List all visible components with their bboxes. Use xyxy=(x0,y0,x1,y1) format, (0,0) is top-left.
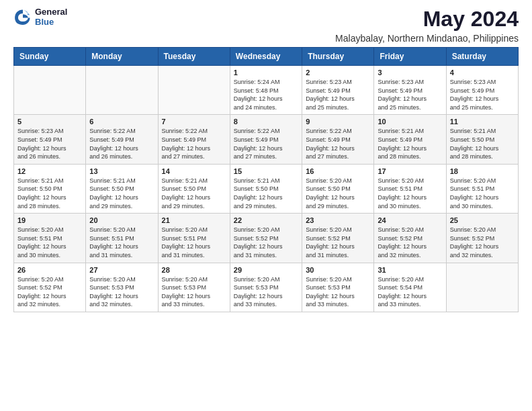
logo-icon xyxy=(13,7,32,26)
day-info: Sunrise: 5:20 AM Sunset: 5:53 PM Dayligh… xyxy=(234,275,298,309)
table-row: 29Sunrise: 5:20 AM Sunset: 5:53 PM Dayli… xyxy=(230,263,302,312)
header-saturday: Saturday xyxy=(446,48,518,66)
table-row: 19Sunrise: 5:20 AM Sunset: 5:51 PM Dayli… xyxy=(14,214,86,263)
day-info: Sunrise: 5:20 AM Sunset: 5:50 PM Dayligh… xyxy=(306,177,370,210)
day-info: Sunrise: 5:21 AM Sunset: 5:50 PM Dayligh… xyxy=(162,177,226,210)
table-row: 16Sunrise: 5:20 AM Sunset: 5:50 PM Dayli… xyxy=(302,164,374,213)
day-number: 30 xyxy=(306,266,370,274)
day-info: Sunrise: 5:23 AM Sunset: 5:49 PM Dayligh… xyxy=(306,78,370,111)
day-number: 2 xyxy=(306,68,370,77)
header-friday: Friday xyxy=(374,48,446,66)
day-number: 28 xyxy=(162,266,226,274)
table-row: 9Sunrise: 5:22 AM Sunset: 5:49 PM Daylig… xyxy=(302,115,374,164)
calendar-wrapper: Sunday Monday Tuesday Wednesday Thursday… xyxy=(0,47,532,319)
day-info: Sunrise: 5:20 AM Sunset: 5:53 PM Dayligh… xyxy=(306,275,370,309)
day-info: Sunrise: 5:23 AM Sunset: 5:49 PM Dayligh… xyxy=(450,78,515,111)
table-row: 4Sunrise: 5:23 AM Sunset: 5:49 PM Daylig… xyxy=(446,66,518,115)
calendar-week-4: 19Sunrise: 5:20 AM Sunset: 5:51 PM Dayli… xyxy=(14,214,519,263)
day-info: Sunrise: 5:20 AM Sunset: 5:51 PM Dayligh… xyxy=(17,226,82,259)
day-number: 31 xyxy=(378,266,442,274)
day-number: 1 xyxy=(234,68,298,77)
table-row: 17Sunrise: 5:20 AM Sunset: 5:51 PM Dayli… xyxy=(374,164,446,213)
day-info: Sunrise: 5:21 AM Sunset: 5:50 PM Dayligh… xyxy=(89,177,154,210)
table-row: 10Sunrise: 5:21 AM Sunset: 5:49 PM Dayli… xyxy=(374,115,446,164)
day-info: Sunrise: 5:20 AM Sunset: 5:53 PM Dayligh… xyxy=(162,275,226,309)
calendar-table: Sunday Monday Tuesday Wednesday Thursday… xyxy=(13,47,519,312)
day-number: 27 xyxy=(89,266,154,274)
day-number: 29 xyxy=(234,266,298,274)
table-row xyxy=(14,66,86,115)
day-number: 26 xyxy=(17,266,82,274)
day-number: 12 xyxy=(17,167,82,175)
table-row: 21Sunrise: 5:20 AM Sunset: 5:51 PM Dayli… xyxy=(158,214,230,263)
table-row: 13Sunrise: 5:21 AM Sunset: 5:50 PM Dayli… xyxy=(86,164,158,213)
day-number: 6 xyxy=(89,118,154,126)
day-number: 10 xyxy=(378,118,442,126)
table-row: 2Sunrise: 5:23 AM Sunset: 5:49 PM Daylig… xyxy=(302,66,374,115)
table-row: 5Sunrise: 5:23 AM Sunset: 5:49 PM Daylig… xyxy=(14,115,86,164)
day-number: 17 xyxy=(378,167,442,175)
table-row: 20Sunrise: 5:20 AM Sunset: 5:51 PM Dayli… xyxy=(86,214,158,263)
day-info: Sunrise: 5:21 AM Sunset: 5:49 PM Dayligh… xyxy=(378,127,442,161)
day-info: Sunrise: 5:22 AM Sunset: 5:49 PM Dayligh… xyxy=(162,127,226,161)
day-info: Sunrise: 5:20 AM Sunset: 5:51 PM Dayligh… xyxy=(89,226,154,259)
day-number: 8 xyxy=(234,118,298,126)
day-info: Sunrise: 5:20 AM Sunset: 5:51 PM Dayligh… xyxy=(162,226,226,259)
calendar-week-1: 1Sunrise: 5:24 AM Sunset: 5:48 PM Daylig… xyxy=(14,66,519,115)
day-info: Sunrise: 5:20 AM Sunset: 5:51 PM Dayligh… xyxy=(378,177,442,210)
logo-text: General Blue xyxy=(35,7,67,27)
day-info: Sunrise: 5:21 AM Sunset: 5:50 PM Dayligh… xyxy=(17,177,82,210)
header-tuesday: Tuesday xyxy=(158,48,230,66)
location-text: Malaybalay, Northern Mindanao, Philippin… xyxy=(335,33,519,44)
day-number: 3 xyxy=(378,68,442,77)
day-info: Sunrise: 5:22 AM Sunset: 5:49 PM Dayligh… xyxy=(89,127,154,161)
day-info: Sunrise: 5:23 AM Sunset: 5:49 PM Dayligh… xyxy=(378,78,442,111)
table-row: 11Sunrise: 5:21 AM Sunset: 5:50 PM Dayli… xyxy=(446,115,518,164)
day-number: 15 xyxy=(234,167,298,175)
day-info: Sunrise: 5:20 AM Sunset: 5:52 PM Dayligh… xyxy=(234,226,298,259)
day-info: Sunrise: 5:23 AM Sunset: 5:49 PM Dayligh… xyxy=(17,127,82,161)
day-number: 23 xyxy=(306,216,370,224)
table-row xyxy=(158,66,230,115)
day-number: 13 xyxy=(89,167,154,175)
day-number: 14 xyxy=(162,167,226,175)
day-info: Sunrise: 5:20 AM Sunset: 5:54 PM Dayligh… xyxy=(378,275,442,309)
table-row: 25Sunrise: 5:20 AM Sunset: 5:52 PM Dayli… xyxy=(446,214,518,263)
calendar-week-3: 12Sunrise: 5:21 AM Sunset: 5:50 PM Dayli… xyxy=(14,164,519,213)
day-number: 22 xyxy=(234,216,298,224)
day-number: 20 xyxy=(89,216,154,224)
day-info: Sunrise: 5:20 AM Sunset: 5:52 PM Dayligh… xyxy=(378,226,442,259)
header-sunday: Sunday xyxy=(14,48,86,66)
month-title: May 2024 xyxy=(335,7,519,32)
logo: General Blue xyxy=(13,7,67,27)
day-info: Sunrise: 5:20 AM Sunset: 5:52 PM Dayligh… xyxy=(450,226,515,259)
table-row: 28Sunrise: 5:20 AM Sunset: 5:53 PM Dayli… xyxy=(158,263,230,312)
day-number: 4 xyxy=(450,68,515,77)
day-number: 7 xyxy=(162,118,226,126)
table-row: 23Sunrise: 5:20 AM Sunset: 5:52 PM Dayli… xyxy=(302,214,374,263)
table-row: 31Sunrise: 5:20 AM Sunset: 5:54 PM Dayli… xyxy=(374,263,446,312)
table-row: 15Sunrise: 5:21 AM Sunset: 5:50 PM Dayli… xyxy=(230,164,302,213)
day-number: 24 xyxy=(378,216,442,224)
day-info: Sunrise: 5:20 AM Sunset: 5:52 PM Dayligh… xyxy=(17,275,82,309)
table-row xyxy=(86,66,158,115)
table-row: 7Sunrise: 5:22 AM Sunset: 5:49 PM Daylig… xyxy=(158,115,230,164)
day-info: Sunrise: 5:21 AM Sunset: 5:50 PM Dayligh… xyxy=(450,127,515,161)
header-thursday: Thursday xyxy=(302,48,374,66)
table-row: 1Sunrise: 5:24 AM Sunset: 5:48 PM Daylig… xyxy=(230,66,302,115)
table-row: 8Sunrise: 5:22 AM Sunset: 5:49 PM Daylig… xyxy=(230,115,302,164)
day-info: Sunrise: 5:20 AM Sunset: 5:51 PM Dayligh… xyxy=(450,177,515,210)
day-number: 16 xyxy=(306,167,370,175)
day-number: 19 xyxy=(17,216,82,224)
day-info: Sunrise: 5:21 AM Sunset: 5:50 PM Dayligh… xyxy=(234,177,298,210)
day-info: Sunrise: 5:24 AM Sunset: 5:48 PM Dayligh… xyxy=(234,78,298,111)
table-row: 18Sunrise: 5:20 AM Sunset: 5:51 PM Dayli… xyxy=(446,164,518,213)
calendar-week-2: 5Sunrise: 5:23 AM Sunset: 5:49 PM Daylig… xyxy=(14,115,519,164)
day-info: Sunrise: 5:22 AM Sunset: 5:49 PM Dayligh… xyxy=(306,127,370,161)
page-container: General Blue May 2024 Malaybalay, Northe… xyxy=(0,0,532,319)
logo-general-text: General xyxy=(35,7,67,17)
table-row: 3Sunrise: 5:23 AM Sunset: 5:49 PM Daylig… xyxy=(374,66,446,115)
table-row: 24Sunrise: 5:20 AM Sunset: 5:52 PM Dayli… xyxy=(374,214,446,263)
table-row: 22Sunrise: 5:20 AM Sunset: 5:52 PM Dayli… xyxy=(230,214,302,263)
day-number: 25 xyxy=(450,216,515,224)
